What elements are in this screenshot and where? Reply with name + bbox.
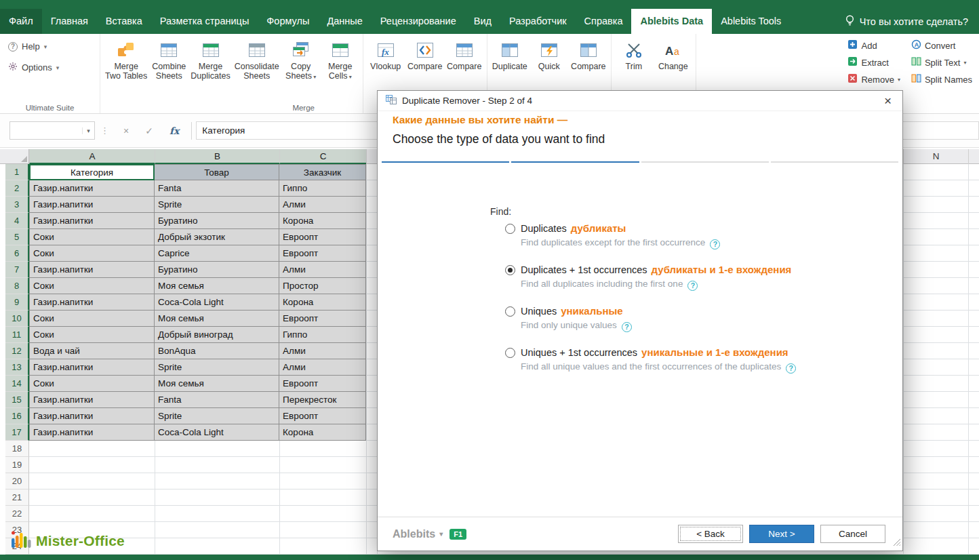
cell[interactable]: BonAqua bbox=[155, 343, 279, 359]
cancel-entry-icon[interactable]: × bbox=[115, 125, 137, 136]
cell[interactable]: Газир.напитки bbox=[29, 294, 155, 311]
split-names-button[interactable]: Split Names bbox=[911, 73, 972, 85]
cell[interactable]: Алми bbox=[279, 343, 366, 359]
cell[interactable]: Евроопт bbox=[279, 311, 366, 327]
cell[interactable]: Моя семья bbox=[155, 278, 279, 294]
cell[interactable]: Моя семья bbox=[155, 311, 279, 327]
row-header-22[interactable]: 22 bbox=[5, 506, 29, 522]
tab-вид[interactable]: Вид bbox=[465, 9, 500, 34]
cell[interactable]: Caprice bbox=[155, 245, 279, 262]
row-header-14[interactable]: 14 bbox=[5, 376, 29, 392]
option-row[interactable]: Duplicatesдубликаты bbox=[505, 222, 796, 235]
row-header-15[interactable]: 15 bbox=[5, 392, 29, 408]
help-circle-icon[interactable]: ? bbox=[786, 363, 796, 374]
cell[interactable]: Буратино bbox=[155, 262, 279, 278]
cell[interactable]: Евроопт bbox=[279, 245, 366, 262]
cell[interactable]: Соки bbox=[29, 327, 155, 343]
row-header-16[interactable]: 16 bbox=[5, 408, 29, 424]
tab-данные[interactable]: Данные bbox=[318, 9, 371, 34]
row-header-6[interactable]: 6 bbox=[5, 245, 29, 262]
tab-вставка[interactable]: Вставка bbox=[97, 9, 151, 34]
cell[interactable]: Заказчик bbox=[279, 164, 366, 180]
combine-sheets-button[interactable]: CombineSheets bbox=[149, 37, 188, 83]
quick-button[interactable]: Quick bbox=[530, 37, 569, 73]
ablebits-brand-menu[interactable]: Ablebits ▾ bbox=[393, 528, 443, 540]
cell[interactable]: Евроопт bbox=[279, 408, 366, 424]
cell[interactable]: Fanta bbox=[155, 180, 279, 197]
remove-button[interactable]: Remove▾ bbox=[847, 73, 900, 85]
consolidate-sheets-button[interactable]: ConsolidateSheets bbox=[233, 37, 281, 83]
row-header-11[interactable]: 11 bbox=[5, 327, 29, 343]
column-header-B[interactable]: B bbox=[155, 149, 279, 164]
row-header-1[interactable]: 1 bbox=[5, 164, 29, 180]
help-circle-icon[interactable]: ? bbox=[622, 322, 632, 332]
column-header-C[interactable]: C bbox=[279, 149, 366, 164]
row-header-3[interactable]: 3 bbox=[5, 197, 29, 213]
row-header-5[interactable]: 5 bbox=[5, 229, 29, 245]
dialog-title-bar[interactable]: Duplicate Remover - Step 2 of 4 × bbox=[378, 91, 902, 111]
compare-button[interactable]: Compare bbox=[445, 37, 484, 73]
row-header-4[interactable]: 4 bbox=[5, 213, 29, 229]
cell[interactable]: Перекресток bbox=[279, 392, 366, 408]
cell[interactable]: Вода и чай bbox=[29, 343, 155, 359]
row-header-12[interactable]: 12 bbox=[5, 343, 29, 359]
cell[interactable]: Газир.напитки bbox=[29, 359, 155, 376]
merge-two-tables-button[interactable]: MergeTwo Tables bbox=[103, 37, 149, 83]
row-header-10[interactable]: 10 bbox=[5, 311, 29, 327]
row-header-8[interactable]: 8 bbox=[5, 278, 29, 294]
tab-рецензирование[interactable]: Рецензирование bbox=[372, 9, 465, 34]
convert-button[interactable]: AConvert bbox=[911, 39, 972, 52]
help-circle-icon[interactable]: ? bbox=[687, 281, 698, 291]
tab-справка[interactable]: Справка bbox=[576, 9, 632, 34]
f1-badge[interactable]: F1 bbox=[449, 529, 466, 540]
column-header-A[interactable]: A bbox=[29, 149, 155, 164]
column-header[interactable] bbox=[366, 149, 377, 164]
tab-формулы[interactable]: Формулы bbox=[258, 9, 318, 34]
tab-файл[interactable]: Файл bbox=[0, 9, 42, 34]
cell[interactable]: Гиппо bbox=[279, 180, 366, 197]
cell[interactable]: Газир.напитки bbox=[29, 408, 155, 424]
cell[interactable]: Sprite bbox=[155, 197, 279, 213]
cell[interactable]: Моя семья bbox=[155, 376, 279, 392]
close-icon[interactable]: × bbox=[881, 94, 894, 107]
cell[interactable]: Sprite bbox=[155, 408, 279, 424]
row-header-13[interactable]: 13 bbox=[5, 359, 29, 376]
help-circle-icon[interactable]: ? bbox=[710, 239, 720, 249]
next-button[interactable]: Next > bbox=[749, 525, 814, 543]
compare-button[interactable]: Compare bbox=[405, 37, 445, 73]
cell[interactable]: Газир.напитки bbox=[29, 197, 155, 213]
change-button[interactable]: AaChange bbox=[654, 37, 693, 73]
cell[interactable]: Товар bbox=[155, 164, 279, 180]
cell[interactable]: Евроопт bbox=[279, 229, 366, 245]
select-all-corner[interactable] bbox=[5, 149, 29, 164]
cell[interactable]: Добрый экзотик bbox=[155, 229, 279, 245]
split-text-button[interactable]: Split Text▾ bbox=[911, 56, 972, 68]
merge-duplicates-button[interactable]: MergeDuplicates bbox=[188, 37, 232, 83]
vlookup-button[interactable]: fxVlookup bbox=[366, 37, 405, 73]
trim-button[interactable]: Trim bbox=[614, 37, 654, 73]
compare-button[interactable]: Compare bbox=[569, 37, 608, 73]
row-header-17[interactable]: 17 bbox=[5, 424, 29, 441]
duplicate-button[interactable]: Duplicate bbox=[490, 37, 530, 73]
radio-button[interactable] bbox=[505, 306, 515, 317]
radio-button[interactable] bbox=[505, 224, 515, 234]
resize-grip[interactable] bbox=[893, 537, 901, 549]
tell-me-box[interactable]: Что вы хотите сделать? bbox=[845, 14, 979, 34]
cell[interactable]: Соки bbox=[29, 278, 155, 294]
option-row[interactable]: Duplicates + 1st occurrencesдубликаты и … bbox=[505, 264, 796, 276]
cell[interactable]: Газир.напитки bbox=[29, 262, 155, 278]
row-header-9[interactable]: 9 bbox=[5, 294, 29, 311]
cell[interactable]: Sprite bbox=[155, 359, 279, 376]
cell[interactable]: Добрый виноград bbox=[155, 327, 279, 343]
row-header-20[interactable]: 20 bbox=[5, 473, 29, 489]
cell[interactable]: Гиппо bbox=[279, 327, 366, 343]
merge-cells-button[interactable]: MergeCells ▾ bbox=[321, 37, 360, 83]
option-row[interactable]: Uniquesуникальные bbox=[505, 305, 796, 317]
column-header[interactable] bbox=[968, 149, 979, 164]
cell[interactable]: Coca-Cola Light bbox=[155, 294, 279, 311]
cell[interactable]: Евроопт bbox=[279, 376, 366, 392]
cell[interactable]: Алми bbox=[279, 359, 366, 376]
radio-button-selected[interactable] bbox=[505, 265, 515, 275]
name-box[interactable]: ▾ bbox=[9, 121, 95, 140]
help-button[interactable]: ? Help ▾ bbox=[8, 41, 47, 52]
